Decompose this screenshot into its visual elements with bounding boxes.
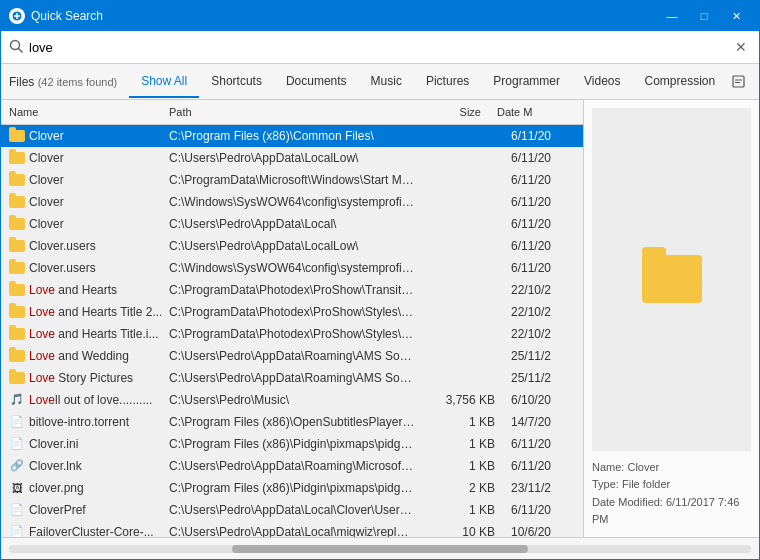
table-row[interactable]: Love and HeartsC:\ProgramData\Photodex\P… [1,279,583,301]
cell-size [423,178,503,182]
tab-documents[interactable]: Documents [274,66,359,98]
cell-path: C:\Users\Pedro\AppData\LocalLow\ [161,237,423,255]
name-highlight-love: Love [29,393,55,407]
files-label: Files (42 items found) [9,75,117,89]
col-header-name[interactable]: Name [1,104,161,120]
table-row[interactable]: Clover.usersC:\Windows\SysWOW64\config\s… [1,257,583,279]
cell-name: 🔗Clover.lnk [1,457,161,475]
name-highlight-love: Love [29,305,55,319]
table-row[interactable]: 📄Clover.iniC:\Program Files (x86)\Pidgin… [1,433,583,455]
edit-icon[interactable] [727,71,749,93]
cell-size [423,244,503,248]
folder-icon [9,217,25,231]
table-row[interactable]: Love and Hearts Title 2...C:\ProgramData… [1,301,583,323]
cell-date: 6/11/20 [503,237,583,255]
folder-icon [9,371,25,385]
cell-name: Clover [1,171,161,189]
cell-name: 🖼clover.png [1,479,161,497]
tab-shortcuts[interactable]: Shortcuts [199,66,274,98]
preview-name-label: Name: [592,461,624,473]
table-row[interactable]: 🖼clover.pngC:\Program Files (x86)\Pidgin… [1,477,583,499]
tab-music[interactable]: Music [359,66,414,98]
folder-icon [9,349,25,363]
table-row[interactable]: CloverC:\Program Files (x86)\Common File… [1,125,583,147]
folder-icon [9,151,25,165]
table-row[interactable]: CloverC:\Users\Pedro\AppData\LocalLow\6/… [1,147,583,169]
cell-size: 2 KB [423,479,503,497]
cell-name: Love and Hearts Title 2... [1,303,161,321]
search-clear-button[interactable]: ✕ [731,37,751,57]
cell-name: 📄CloverPref [1,501,161,519]
file-icon: 🎵 [9,393,25,407]
folder-icon [9,283,25,297]
table-row[interactable]: 📄FailoverCluster-Core-...C:\Users\Pedro\… [1,521,583,537]
file-icon: 🔗 [9,459,25,473]
cell-size [423,354,503,358]
cell-size: 1 KB [423,435,503,453]
cell-date: 6/11/20 [503,259,583,277]
file-rows[interactable]: CloverC:\Program Files (x86)\Common File… [1,125,583,537]
cell-date: 22/10/2 [503,325,583,343]
tab-programmer[interactable]: Programmer [481,66,572,98]
cell-size: 3,756 KB [423,391,503,409]
minimize-button[interactable]: — [657,6,687,26]
tab-videos[interactable]: Videos [572,66,632,98]
preview-panel: Name: Clover Type: File folder Date Modi… [584,100,759,537]
file-icon: 📄 [9,525,25,538]
col-header-size[interactable]: Size [409,104,489,120]
table-row[interactable]: Clover.usersC:\Users\Pedro\AppData\Local… [1,235,583,257]
folder-icon [9,305,25,319]
cell-date: 22/10/2 [503,303,583,321]
tab-pictures[interactable]: Pictures [414,66,481,98]
cell-name: Love and Hearts [1,281,161,299]
cell-path: C:\Users\Pedro\AppData\Roaming\AMS Softw… [161,347,423,365]
cell-date: 23/11/2 [503,479,583,497]
cell-name: Clover [1,127,161,145]
chevron-up-icon[interactable] [753,71,760,93]
folder-icon [9,129,25,143]
table-row[interactable]: 🔗Clover.lnkC:\Users\Pedro\AppData\Roamin… [1,455,583,477]
cell-size: 1 KB [423,501,503,519]
cell-date: 6/11/20 [503,193,583,211]
col-header-path[interactable]: Path [161,104,409,120]
cell-date: 6/11/20 [503,215,583,233]
table-row[interactable]: 🎵Lovell out of love..........C:\Users\Pe… [1,389,583,411]
window-title: Quick Search [31,9,657,23]
cell-size [423,156,503,160]
cell-path: C:\Users\Pedro\AppData\Roaming\AMS Softw… [161,369,423,387]
cell-date: 10/6/20 [503,523,583,538]
table-row[interactable]: 📄CloverPrefC:\Users\Pedro\AppData\Local\… [1,499,583,521]
svg-line-4 [19,48,23,52]
search-bar: ✕ [1,31,759,64]
cell-path: C:\ProgramData\Microsoft\Windows\Start M… [161,171,423,189]
table-row[interactable]: 📄bitlove-intro.torrentC:\Program Files (… [1,411,583,433]
column-headers: Name Path Size Date M [1,100,583,125]
cell-path: C:\ProgramData\Photodex\ProShow\Styles\C… [161,325,423,343]
tab-compression[interactable]: Compression [632,66,727,98]
search-input[interactable] [29,40,731,55]
cell-date: 25/11/2 [503,347,583,365]
preview-date-row: Date Modified: 6/11/2017 7:46 PM [592,494,751,529]
table-row[interactable]: CloverC:\ProgramData\Microsoft\Windows\S… [1,169,583,191]
preview-name-value: Clover [627,461,659,473]
table-row[interactable]: Love Story PicturesC:\Users\Pedro\AppDat… [1,367,583,389]
file-icon: 🖼 [9,481,25,495]
table-row[interactable]: Love and Hearts Title.i...C:\ProgramData… [1,323,583,345]
cell-size [423,376,503,380]
table-row[interactable]: CloverC:\Windows\SysWOW64\config\systemp… [1,191,583,213]
tabs-area: Files (42 items found) Show All Shortcut… [1,64,759,100]
cell-name: 📄FailoverCluster-Core-... [1,523,161,538]
col-header-date[interactable]: Date M [489,104,569,120]
cell-name: Clover.users [1,259,161,277]
cell-path: C:\ProgramData\Photodex\ProShow\Styles\C… [161,303,423,321]
preview-type-label: Type: [592,478,619,490]
cell-size: 10 KB [423,523,503,538]
folder-icon [9,239,25,253]
folder-icon [9,327,25,341]
close-button[interactable]: ✕ [721,6,751,26]
table-row[interactable]: Love and WeddingC:\Users\Pedro\AppData\R… [1,345,583,367]
tab-show-all[interactable]: Show All [129,66,199,98]
cell-path: C:\Users\Pedro\AppData\LocalLow\ [161,149,423,167]
restore-button[interactable]: □ [689,6,719,26]
table-row[interactable]: CloverC:\Users\Pedro\AppData\Local\6/11/… [1,213,583,235]
